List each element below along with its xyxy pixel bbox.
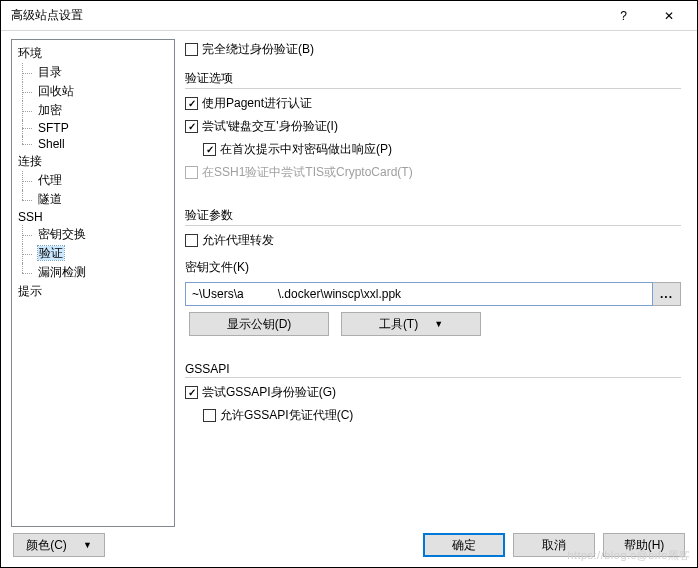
gssapi-caption: GSSAPI bbox=[185, 362, 681, 376]
auth-options-group: 验证选项 bbox=[185, 64, 681, 89]
tis-label: 在SSH1验证中尝试TIS或CryptoCard(T) bbox=[202, 164, 413, 181]
key-buttons-row: 显示公钥(D) 工具(T)▼ bbox=[185, 312, 681, 336]
gssapi-auth-checkbox[interactable] bbox=[185, 386, 198, 399]
tree-proxy[interactable]: 代理 bbox=[14, 171, 172, 190]
respond-pw-checkbox[interactable] bbox=[203, 143, 216, 156]
titlebar: 高级站点设置 ? ✕ bbox=[1, 1, 697, 31]
gssapi-auth-label: 尝试GSSAPI身份验证(G) bbox=[202, 384, 336, 401]
tree-encryption[interactable]: 加密 bbox=[14, 101, 172, 120]
key-file-row: ~\Users\a████\.docker\winscp\xxl.ppk ... bbox=[185, 282, 681, 306]
main-area: 环境 目录 回收站 加密 SFTP Shell 连接 代理 隧道 SSH 密钥交… bbox=[11, 39, 687, 527]
spacer bbox=[185, 342, 681, 350]
use-pagent-label: 使用Pagent进行认证 bbox=[202, 95, 312, 112]
chevron-down-icon: ▼ bbox=[83, 540, 92, 550]
chevron-down-icon: ▼ bbox=[434, 319, 443, 329]
dialog-footer: 颜色(C)▼ 确定 取消 帮助(H) bbox=[11, 527, 687, 561]
respond-pw-row: 在首次提示中对密码做出响应(P) bbox=[185, 141, 681, 158]
gssapi-proxy-checkbox[interactable] bbox=[203, 409, 216, 422]
ok-button[interactable]: 确定 bbox=[423, 533, 505, 557]
gssapi-auth-row: 尝试GSSAPI身份验证(G) bbox=[185, 384, 681, 401]
key-file-input[interactable]: ~\Users\a████\.docker\winscp\xxl.ppk bbox=[185, 282, 653, 306]
help-button-footer[interactable]: 帮助(H) bbox=[603, 533, 685, 557]
auth-params-caption: 验证参数 bbox=[185, 207, 681, 224]
respond-pw-label: 在首次提示中对密码做出响应(P) bbox=[220, 141, 392, 158]
kbd-interactive-label: 尝试'键盘交互'身份验证(I) bbox=[202, 118, 338, 135]
key-file-label: 密钥文件(K) bbox=[185, 259, 681, 276]
spacer bbox=[185, 187, 681, 195]
gssapi-proxy-row: 允许GSSAPI凭证代理(C) bbox=[185, 407, 681, 424]
use-pagent-row: 使用Pagent进行认证 bbox=[185, 95, 681, 112]
browse-button[interactable]: ... bbox=[653, 282, 681, 306]
tree-note[interactable]: 提示 bbox=[14, 282, 172, 301]
cancel-button[interactable]: 取消 bbox=[513, 533, 595, 557]
settings-tree[interactable]: 环境 目录 回收站 加密 SFTP Shell 连接 代理 隧道 SSH 密钥交… bbox=[11, 39, 175, 527]
tis-row: 在SSH1验证中尝试TIS或CryptoCard(T) bbox=[185, 164, 681, 181]
tools-button[interactable]: 工具(T)▼ bbox=[341, 312, 481, 336]
advanced-site-settings-dialog: 高级站点设置 ? ✕ 环境 目录 回收站 加密 SFTP Shell 连接 代理… bbox=[0, 0, 698, 568]
dialog-body: 环境 目录 回收站 加密 SFTP Shell 连接 代理 隧道 SSH 密钥交… bbox=[1, 31, 697, 567]
bypass-auth-checkbox[interactable] bbox=[185, 43, 198, 56]
tree-bugs[interactable]: 漏洞检测 bbox=[14, 263, 172, 282]
tree-shell[interactable]: Shell bbox=[14, 136, 172, 152]
divider bbox=[185, 377, 681, 378]
agent-fwd-label: 允许代理转发 bbox=[202, 232, 274, 249]
tree-tunnel[interactable]: 隧道 bbox=[14, 190, 172, 209]
use-pagent-checkbox[interactable] bbox=[185, 97, 198, 110]
tree-recyclebin[interactable]: 回收站 bbox=[14, 82, 172, 101]
help-button[interactable]: ? bbox=[601, 1, 646, 30]
dialog-title: 高级站点设置 bbox=[11, 7, 601, 24]
agent-fwd-row: 允许代理转发 bbox=[185, 232, 681, 249]
tree-directory[interactable]: 目录 bbox=[14, 63, 172, 82]
close-button[interactable]: ✕ bbox=[646, 1, 691, 30]
agent-fwd-checkbox[interactable] bbox=[185, 234, 198, 247]
gssapi-proxy-label: 允许GSSAPI凭证代理(C) bbox=[220, 407, 353, 424]
auth-options-caption: 验证选项 bbox=[185, 70, 681, 87]
auth-panel: 完全绕过身份验证(B) 验证选项 使用Pagent进行认证 尝试'键盘交互'身份… bbox=[183, 39, 687, 527]
bypass-auth-label: 完全绕过身份验证(B) bbox=[202, 41, 314, 58]
kbd-interactive-checkbox[interactable] bbox=[185, 120, 198, 133]
kbd-interactive-row: 尝试'键盘交互'身份验证(I) bbox=[185, 118, 681, 135]
tree-environment[interactable]: 环境 bbox=[14, 44, 172, 63]
gssapi-group: GSSAPI bbox=[185, 356, 681, 378]
bypass-auth-row: 完全绕过身份验证(B) bbox=[185, 41, 681, 58]
divider bbox=[185, 88, 681, 89]
tree-connection[interactable]: 连接 bbox=[14, 152, 172, 171]
auth-params-group: 验证参数 bbox=[185, 201, 681, 226]
tree-ssh[interactable]: SSH bbox=[14, 209, 172, 225]
tree-keyexchange[interactable]: 密钥交换 bbox=[14, 225, 172, 244]
tree-sftp[interactable]: SFTP bbox=[14, 120, 172, 136]
tis-checkbox bbox=[185, 166, 198, 179]
divider bbox=[185, 225, 681, 226]
color-button[interactable]: 颜色(C)▼ bbox=[13, 533, 105, 557]
tree-authentication[interactable]: 验证 bbox=[14, 244, 172, 263]
show-pubkey-button[interactable]: 显示公钥(D) bbox=[189, 312, 329, 336]
